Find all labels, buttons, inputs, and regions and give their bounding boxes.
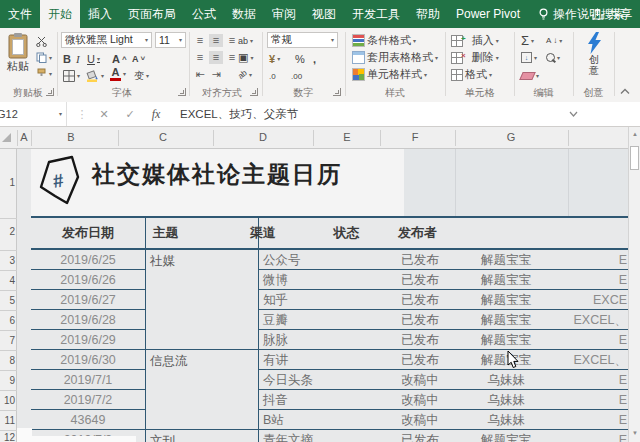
- increase-decimal-button[interactable]: .0: [269, 69, 276, 84]
- fill-color-button[interactable]: ▾: [86, 68, 104, 83]
- fill-button[interactable]: ↓▾: [521, 50, 537, 65]
- select-all-button[interactable]: [2, 133, 11, 142]
- align-top-buttons[interactable]: ≡≡≡: [193, 33, 239, 48]
- find-select-button[interactable]: ▾: [546, 50, 560, 65]
- ribbon-tab-2[interactable]: 插入: [80, 0, 120, 28]
- row-header-6[interactable]: 6: [0, 316, 15, 326]
- insert-function-button[interactable]: fx: [146, 102, 166, 126]
- cell-channel-row6[interactable]: 豆瓣: [263, 310, 288, 330]
- cell-topic-row8[interactable]: 信息流: [150, 351, 188, 371]
- cell-extra-row3[interactable]: E: [500, 250, 627, 270]
- vertical-scrollbar[interactable]: ▲ ▼: [628, 127, 640, 442]
- clear-button[interactable]: ▾: [521, 68, 539, 83]
- table-header-3[interactable]: 状态: [313, 218, 380, 248]
- ribbon-tab-9[interactable]: 帮助: [408, 0, 448, 28]
- row-header-8[interactable]: 8: [0, 356, 15, 366]
- cell-date-row5[interactable]: 2019/6/27: [31, 290, 145, 310]
- cell-date-row9[interactable]: 2019/7/1: [31, 370, 145, 390]
- ribbon-tab-1[interactable]: 开始: [40, 0, 80, 28]
- column-header-A[interactable]: A: [12, 127, 36, 148]
- scrollbar-thumb[interactable]: [630, 146, 639, 170]
- cell-date-row6[interactable]: 2019/6/28: [31, 310, 145, 330]
- cell-channel-row4[interactable]: 微博: [263, 270, 288, 290]
- cell-extra-row5[interactable]: EXCE: [500, 290, 627, 310]
- share-button[interactable]: 共享: [591, 0, 632, 28]
- cell-topic-row3[interactable]: 社媒: [150, 251, 175, 271]
- merge-center-button[interactable]: ▣▾: [238, 50, 253, 65]
- column-header-E[interactable]: E: [335, 127, 359, 148]
- bold-button[interactable]: B: [63, 51, 71, 66]
- confirm-entry-button[interactable]: ✓: [120, 102, 140, 126]
- cut-button[interactable]: [36, 36, 47, 47]
- row-header-2[interactable]: 2: [0, 227, 15, 237]
- accounting-format-button[interactable]: ¥▾: [269, 51, 280, 66]
- cell-extra-row7[interactable]: E: [500, 330, 627, 350]
- column-header-F[interactable]: F: [403, 127, 427, 148]
- ribbon-tab-10[interactable]: Power Pivot: [448, 0, 528, 28]
- column-header-C[interactable]: C: [151, 127, 175, 148]
- name-box-dropdown[interactable]: ▾: [59, 111, 62, 117]
- format-as-table-button[interactable]: 套用表格格式 ▾: [352, 50, 438, 65]
- paste-button[interactable]: 粘贴: [4, 32, 32, 74]
- name-box[interactable]: G12 ▾: [0, 102, 67, 126]
- decrease-font-button[interactable]: A˅: [132, 51, 145, 66]
- column-header-G[interactable]: G: [499, 127, 523, 148]
- cell-date-row3[interactable]: 2019/6/25: [31, 250, 145, 270]
- comma-style-button[interactable]: ,: [313, 51, 316, 66]
- row-header-9[interactable]: 9: [0, 376, 15, 386]
- cell-date-row4[interactable]: 2019/6/26: [31, 270, 145, 290]
- creative-button[interactable]: 创 意: [580, 32, 608, 76]
- cell-styles-button[interactable]: 单元格样式 ▾: [352, 67, 427, 82]
- scroll-up-arrow[interactable]: ▲: [631, 131, 639, 137]
- percent-style-button[interactable]: %: [295, 51, 305, 66]
- indent-buttons[interactable]: ⇤⇥: [193, 67, 223, 82]
- insert-cells-button[interactable]: + 插入▾: [451, 33, 499, 48]
- ribbon-tab-8[interactable]: 开发工具: [344, 0, 408, 28]
- cell-channel-row5[interactable]: 知乎: [263, 290, 288, 310]
- table-header-2[interactable]: 渠道: [213, 218, 313, 248]
- number-format-combo[interactable]: 常规▾: [267, 32, 338, 48]
- ribbon-tab-4[interactable]: 公式: [184, 0, 224, 28]
- conditional-formatting-button[interactable]: 条件格式 ▾: [352, 33, 416, 48]
- row-header-7[interactable]: 7: [0, 336, 15, 346]
- cell-extra-row11[interactable]: E: [500, 410, 627, 430]
- autosum-button[interactable]: Σ▾: [521, 33, 534, 48]
- cell-date-row7[interactable]: 2019/6/29: [31, 330, 145, 350]
- cell-channel-row9[interactable]: 今日头条: [263, 370, 313, 390]
- italic-button[interactable]: I: [76, 51, 80, 66]
- increase-font-button[interactable]: A˄: [112, 51, 127, 66]
- font-name-combo[interactable]: 微软雅黑 Light▾: [61, 32, 152, 48]
- copy-button[interactable]: ▾: [36, 52, 52, 63]
- cell-channel-row12[interactable]: 青年文摘: [263, 430, 313, 442]
- ribbon-tab-5[interactable]: 数据: [224, 0, 264, 28]
- wrap-text-button[interactable]: ab▾: [238, 33, 253, 48]
- delete-cells-button[interactable]: × 删除▾: [451, 50, 499, 65]
- cell-extra-row4[interactable]: E: [500, 270, 627, 290]
- cell-channel-row10[interactable]: 抖音: [263, 390, 288, 410]
- formula-bar-handle[interactable]: ⋮: [72, 102, 92, 126]
- row-header-3[interactable]: 3: [0, 256, 15, 266]
- format-painter-button[interactable]: ▾: [36, 68, 52, 79]
- font-dialog-launcher[interactable]: [178, 88, 186, 96]
- font-color-button[interactable]: A ▾: [110, 66, 126, 81]
- column-header-D[interactable]: D: [251, 127, 275, 148]
- cell-date-row8[interactable]: 2019/6/30: [31, 350, 145, 370]
- cell-channel-row8[interactable]: 有讲: [263, 350, 288, 370]
- cell-extra-row6[interactable]: EXCEL、: [500, 310, 627, 330]
- row-header-11[interactable]: 11: [0, 416, 15, 426]
- row-header-5[interactable]: 5: [0, 296, 15, 306]
- column-header-B[interactable]: B: [59, 127, 83, 148]
- formula-input[interactable]: EXCEL、技巧、父亲节: [171, 102, 640, 126]
- orientation-button[interactable]: ab▾: [238, 67, 252, 82]
- row-header-1[interactable]: 1: [0, 178, 15, 188]
- cell-date-row10[interactable]: 2019/7/2: [31, 390, 145, 410]
- scroll-down-arrow[interactable]: ▼: [631, 430, 639, 436]
- number-dialog-launcher[interactable]: [333, 88, 341, 96]
- cell-extra-row10[interactable]: E: [500, 390, 627, 410]
- ribbon-tab-6[interactable]: 审阅: [264, 0, 304, 28]
- row-header-4[interactable]: 4: [0, 276, 15, 286]
- font-size-combo[interactable]: 11▾: [155, 32, 186, 48]
- sort-filter-button[interactable]: A↓▾: [546, 33, 562, 48]
- row-header-10[interactable]: 10: [0, 396, 15, 406]
- collapse-ribbon-chevron[interactable]: [620, 88, 630, 95]
